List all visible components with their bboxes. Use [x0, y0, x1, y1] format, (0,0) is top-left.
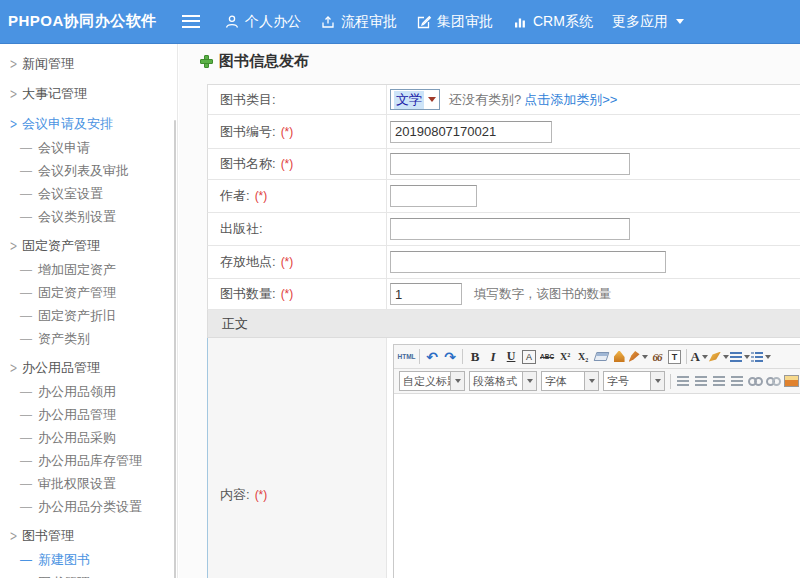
paste-text-icon[interactable]: T — [668, 350, 681, 364]
sidebar-menu: >新闻管理>大事记管理>会议申请及安排—会议申请—会议列表及审批—会议室设置—会… — [0, 52, 177, 578]
caret-down-icon — [522, 372, 536, 390]
sidebar-item-label: 新闻管理 — [22, 55, 74, 73]
sidebar-item-label: 固定资产折旧 — [38, 307, 116, 325]
sidebar-item-sub[interactable]: —审批权限设置 — [0, 472, 177, 495]
sidebar-item-label: 办公用品管理 — [22, 359, 100, 377]
caret-down-icon — [765, 355, 771, 359]
sidebar-item-sub[interactable]: —办公用品库存管理 — [0, 449, 177, 472]
sidebar-item-section[interactable]: >新闻管理 — [0, 52, 177, 76]
required-mark: (*) — [281, 255, 294, 269]
sidebar-item-label: 会议列表及审批 — [38, 162, 129, 180]
unlink-icon[interactable] — [765, 372, 782, 390]
top-navigation-bar: PHPOA协同办公软件 个人办公流程审批集团审批CRM系统更多应用 — [0, 0, 800, 44]
dash-icon: — — [20, 553, 32, 567]
caret-down-icon — [744, 355, 750, 359]
sidebar-item-label: 固定资产管理 — [38, 284, 116, 302]
sidebar-item-label: 会议申请及安排 — [22, 115, 113, 133]
topnav-item[interactable]: 个人办公 — [224, 13, 301, 31]
add-category-link[interactable]: 点击添加类别>> — [524, 91, 617, 109]
sidebar-item-sub[interactable]: —办公用品领用 — [0, 380, 177, 403]
quantity-input[interactable] — [390, 283, 462, 305]
blockquote-icon[interactable]: 66 — [649, 348, 666, 366]
sidebar-item-section[interactable]: >会议申请及安排 — [0, 112, 177, 136]
sidebar-item-sub[interactable]: —会议室设置 — [0, 182, 177, 205]
caret-down-icon — [450, 372, 464, 390]
html-source-icon[interactable]: HTML — [398, 348, 416, 366]
color-pen-icon[interactable] — [629, 348, 648, 366]
sidebar-item-section[interactable]: >固定资产管理 — [0, 234, 177, 258]
form-row-location: 存放地点: (*) — [207, 246, 800, 279]
sidebar-item-sub[interactable]: —新建图书 — [0, 548, 177, 571]
undo-icon[interactable]: ↶ — [424, 348, 441, 366]
eraser-icon[interactable] — [593, 348, 610, 366]
sidebar-item-sub[interactable]: —资产类别 — [0, 327, 177, 350]
link-icon[interactable] — [747, 372, 764, 390]
sidebar-item-sub[interactable]: —会议列表及审批 — [0, 159, 177, 182]
toolbar-select-label: 字号 — [604, 374, 650, 389]
sidebar-item-label: 新建图书 — [38, 551, 90, 569]
book-number-label: 图书编号: — [220, 123, 276, 141]
book-number-input[interactable] — [390, 121, 552, 143]
topnav-item[interactable]: 流程审批 — [320, 13, 397, 31]
sidebar-item-sub[interactable]: —固定资产折旧 — [0, 304, 177, 327]
toolbar-select-3[interactable]: 字号 — [603, 371, 665, 391]
dash-icon: — — [20, 332, 32, 346]
sidebar-item-section[interactable]: >办公用品管理 — [0, 356, 177, 380]
format-brush-icon[interactable] — [611, 348, 628, 366]
align-right-icon[interactable] — [711, 372, 728, 390]
sidebar-item-sub[interactable]: —固定资产管理 — [0, 281, 177, 304]
subscript-icon[interactable]: X₂ — [575, 348, 592, 366]
toolbar-select-1[interactable]: 段落格式 — [469, 371, 537, 391]
sidebar-item-sub[interactable]: —办公用品采购 — [0, 426, 177, 449]
align-justify-icon[interactable] — [729, 372, 746, 390]
topnav-item[interactable]: 集团审批 — [416, 13, 493, 31]
align-left-icon[interactable] — [675, 372, 692, 390]
author-input[interactable] — [390, 185, 477, 207]
image-icon[interactable] — [783, 372, 800, 390]
sidebar-item-sub[interactable]: —会议申请 — [0, 136, 177, 159]
sidebar-item-sub[interactable]: —会议类别设置 — [0, 205, 177, 228]
ordered-list-icon[interactable] — [730, 348, 750, 366]
dash-icon: — — [20, 408, 32, 422]
no-category-text: 还没有类别? — [449, 91, 521, 109]
main-content: 图书信息发布 图书类目: 文学 还没有类别? 点击添加类别>> 图书编号: (*… — [179, 44, 800, 578]
topnav-item[interactable]: CRM系统 — [512, 13, 593, 31]
font-color-icon[interactable]: A — [691, 348, 708, 366]
hamburger-menu-icon[interactable] — [182, 15, 200, 28]
sidebar-item-section[interactable]: >大事记管理 — [0, 82, 177, 106]
italic-icon[interactable]: I — [485, 348, 502, 366]
sidebar-scrollbar[interactable] — [174, 120, 176, 578]
superscript-icon[interactable]: X² — [557, 348, 574, 366]
bold-icon[interactable]: B — [467, 348, 484, 366]
form-row-book-name: 图书名称: (*) — [207, 149, 800, 180]
unordered-list-icon[interactable] — [751, 348, 771, 366]
crm-bar-chart-icon — [512, 14, 528, 30]
quantity-label: 图书数量: — [220, 285, 276, 303]
caret-down-icon — [723, 355, 729, 359]
sidebar-item-sub[interactable]: —增加固定资产 — [0, 258, 177, 281]
sidebar-item-sub[interactable]: —办公用品管理 — [0, 403, 177, 426]
strikethrough-icon[interactable]: ABC — [539, 348, 556, 366]
location-input[interactable] — [390, 251, 666, 273]
publisher-input[interactable] — [390, 218, 630, 240]
redo-icon[interactable]: ↷ — [442, 348, 459, 366]
required-mark: (*) — [281, 287, 294, 301]
topnav-item[interactable]: 更多应用 — [612, 13, 684, 31]
highlight-pen-icon[interactable] — [709, 348, 729, 366]
dash-icon: — — [20, 210, 32, 224]
align-center-icon[interactable] — [693, 372, 710, 390]
form-row-book-number: 图书编号: (*) — [207, 115, 800, 149]
underline-icon[interactable]: U — [503, 348, 520, 366]
char-border-icon[interactable]: A — [522, 350, 536, 364]
editor-content-area[interactable] — [394, 394, 800, 578]
toolbar-select-label: 段落格式 — [470, 374, 522, 389]
toolbar-select-2[interactable]: 字体 — [541, 371, 599, 391]
toolbar-select-0[interactable]: 自定义标题 — [399, 371, 465, 391]
sidebar-item-sub[interactable]: —办公用品分类设置 — [0, 495, 177, 518]
book-name-input[interactable] — [390, 153, 630, 175]
category-select[interactable]: 文学 — [390, 89, 440, 110]
sidebar-item-section[interactable]: >图书管理 — [0, 524, 177, 548]
sidebar-item-sub[interactable]: —图书管理 — [0, 571, 177, 578]
chevron-right-icon: > — [10, 86, 22, 103]
top-nav-items: 个人办公流程审批集团审批CRM系统更多应用 — [224, 13, 703, 31]
